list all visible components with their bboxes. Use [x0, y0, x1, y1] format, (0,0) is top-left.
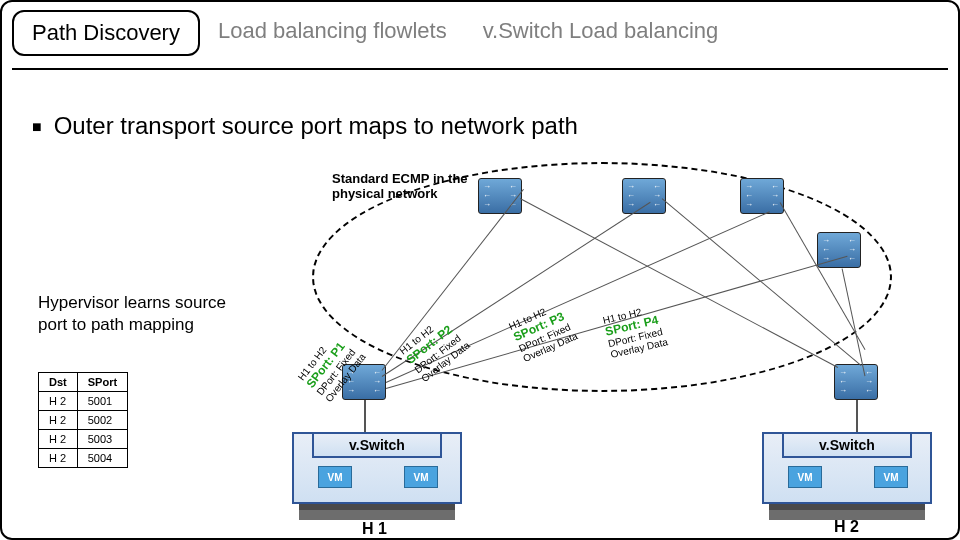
vm-icon: VM — [874, 466, 908, 488]
core-switch-icon: →←←→→← — [622, 178, 666, 214]
table-row: H 25002 — [39, 411, 128, 430]
vm-icon: VM — [318, 466, 352, 488]
vm-icon: VM — [404, 466, 438, 488]
host-h1: v.Switch VM VM — [292, 432, 462, 504]
tab-vswitch-lb[interactable]: v.Switch Load balancing — [465, 10, 737, 52]
tab-path-discovery[interactable]: Path Discovery — [12, 10, 200, 56]
link — [364, 400, 366, 434]
port-path-table: Dst SPort H 25001 H 25002 H 25003 H 2500… — [38, 372, 128, 468]
bullet-icon: ■ — [32, 118, 42, 136]
vswitch-label: v.Switch — [782, 432, 912, 458]
core-switch-icon: →←←→→← — [740, 178, 784, 214]
tab-row: Path Discovery Load balancing flowlets v… — [12, 10, 958, 56]
table-row: H 25004 — [39, 449, 128, 468]
table-row: H 25001 — [39, 392, 128, 411]
tab-divider — [12, 68, 948, 70]
hypervisor-text: Hypervisor learns source port to path ma… — [38, 292, 228, 336]
vswitch-label: v.Switch — [312, 432, 442, 458]
link — [856, 400, 858, 434]
table-row: H 25003 — [39, 430, 128, 449]
vm-icon: VM — [788, 466, 822, 488]
bullet-text: Outer transport source port maps to netw… — [54, 112, 578, 140]
main-bullet: ■ Outer transport source port maps to ne… — [32, 112, 578, 140]
tab-flowlets[interactable]: Load balancing flowlets — [200, 10, 465, 52]
host-h1-label: H 1 — [362, 520, 387, 538]
col-sport: SPort — [77, 373, 127, 392]
col-dst: Dst — [39, 373, 78, 392]
server-icon — [299, 504, 455, 520]
ecmp-text: Standard ECMP in the physical network — [332, 172, 472, 202]
host-h2: v.Switch VM VM — [762, 432, 932, 504]
core-switch-icon: →←←→→← — [478, 178, 522, 214]
host-h2-label: H 2 — [834, 518, 859, 536]
edge-switch-icon: →←←→→← — [834, 364, 878, 400]
